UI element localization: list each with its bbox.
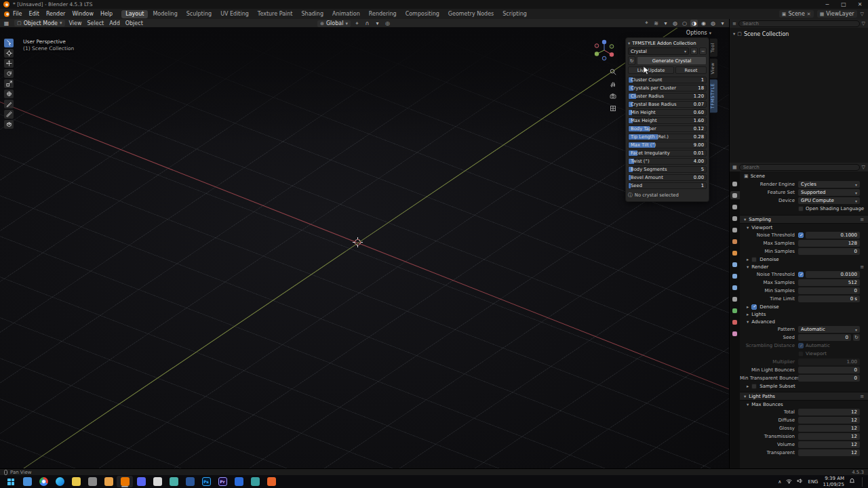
add-cube-tool[interactable]	[4, 120, 14, 129]
preset-menu-icon[interactable]: ≡	[860, 264, 864, 270]
overlays-icon[interactable]: ≋	[652, 20, 660, 27]
workspace-tab[interactable]: Layout	[121, 10, 148, 18]
show-desktop-button[interactable]	[862, 477, 864, 487]
preset-add-button[interactable]: +	[690, 47, 698, 55]
viewport-menu-item[interactable]: Object	[125, 20, 143, 26]
vp-max-samples-field[interactable]: 128	[798, 240, 860, 247]
bounce-value-field[interactable]: 12	[798, 417, 860, 424]
camera-view-icon[interactable]	[610, 93, 616, 101]
addon-slider[interactable]: Facet Irregularity 0.01	[628, 150, 707, 157]
close-button[interactable]: ✕	[852, 0, 868, 9]
render-noise-threshold-checkbox[interactable]	[798, 272, 804, 277]
ortho-toggle-icon[interactable]	[610, 105, 616, 113]
pivot-point-icon[interactable]: ⌖	[353, 20, 361, 27]
select-box-tool[interactable]	[4, 39, 14, 47]
taskbar-app[interactable]	[133, 476, 149, 487]
addon-slider[interactable]: Max Tilt (°) 9.00	[628, 142, 707, 148]
workspace-tab[interactable]: UV Editing	[216, 10, 253, 18]
reset-button[interactable]: Reset	[675, 66, 707, 74]
properties-search-input[interactable]	[739, 164, 860, 171]
section-light-paths[interactable]: ▾ Light Paths ≡	[740, 392, 868, 401]
editor-type-icon[interactable]: ▦	[3, 20, 10, 27]
taskbar-app[interactable]	[165, 476, 182, 487]
properties-tab[interactable]	[730, 203, 740, 211]
animated-seed-button[interactable]: ↻	[853, 334, 860, 341]
preset-remove-button[interactable]: −	[699, 47, 707, 55]
min-light-bounces-field[interactable]: 0	[798, 367, 860, 373]
preset-select[interactable]: Crystal ▾	[628, 47, 689, 55]
overlays-chevron-icon[interactable]: ▾	[662, 20, 669, 27]
chevron-down-icon[interactable]: ▾	[733, 31, 735, 37]
taskbar-app[interactable]: Pr	[214, 476, 231, 487]
time-limit-field[interactable]: 0 s	[798, 296, 860, 302]
notification-bell-icon[interactable]	[849, 478, 855, 485]
taskbar-app[interactable]	[231, 476, 247, 487]
addon-slider[interactable]: Crystals per Cluster 18	[628, 85, 707, 92]
vp-noise-threshold-field[interactable]: 0.1000	[806, 232, 860, 239]
cursor-tool[interactable]	[4, 49, 14, 58]
sample-subset-checkbox[interactable]	[751, 384, 757, 389]
render-engine-select[interactable]: Cycles ▾	[798, 181, 860, 188]
measure-tool[interactable]	[4, 110, 14, 119]
workspace-tab[interactable]: Sculpting	[182, 10, 216, 18]
menubar-item[interactable]: Window	[68, 11, 97, 17]
taskbar-app[interactable]	[117, 476, 133, 487]
taskbar-app[interactable]	[35, 476, 52, 487]
viewlayer-selector[interactable]: ▦ ViewLayer	[817, 10, 857, 18]
taskbar-app[interactable]	[84, 476, 100, 487]
addon-slider[interactable]: Max Height 1.60	[628, 117, 707, 124]
transform-orientation-selector[interactable]: ⊕ Global ▾	[317, 20, 351, 27]
bounce-value-field[interactable]: 12	[798, 433, 860, 440]
addon-slider[interactable]: Body Segments 5	[628, 166, 707, 173]
properties-filter-icon[interactable]: ▽	[862, 165, 865, 170]
blender-logo-icon[interactable]	[3, 1, 9, 7]
shading-material-icon[interactable]: ◉	[700, 20, 707, 27]
live-update-button[interactable]: Live Update	[628, 66, 674, 74]
chevron-down-icon[interactable]: ▾	[628, 41, 630, 46]
bounce-value-field[interactable]: 12	[798, 409, 860, 415]
scrambling-auto-checkbox[interactable]	[798, 343, 804, 348]
bounce-value-field[interactable]: 12	[798, 425, 860, 432]
bounce-value-field[interactable]: 12	[798, 441, 860, 448]
properties-tab[interactable]	[730, 180, 740, 188]
addon-slider[interactable]: Cluster Radius 1.20	[628, 93, 707, 100]
taskbar-app[interactable]	[100, 476, 117, 487]
scale-tool[interactable]	[4, 79, 14, 88]
workspace-tab[interactable]: Animation	[328, 10, 364, 18]
multiplier-field[interactable]: 1.00	[798, 359, 860, 365]
device-select[interactable]: GPU Compute ▾	[798, 197, 860, 204]
start-button[interactable]	[3, 476, 19, 487]
shading-wireframe-icon[interactable]: ○	[681, 20, 688, 27]
shading-chevron-icon[interactable]: ▾	[719, 20, 726, 27]
addon-slider[interactable]: Seed 1	[628, 182, 707, 189]
menubar-item[interactable]: Help	[97, 11, 116, 17]
properties-tab[interactable]	[730, 272, 740, 280]
outliner-filter-icon[interactable]: ▽	[862, 21, 865, 26]
vp-noise-threshold-checkbox[interactable]	[798, 232, 804, 238]
addon-slider[interactable]: Twist (°) 4.00	[628, 158, 707, 165]
app-menu-icon[interactable]	[4, 12, 9, 17]
render-min-samples-field[interactable]: 0	[798, 287, 860, 294]
outliner-item-scene-collection[interactable]: ▾ ▢ Scene Collection	[730, 30, 868, 38]
generate-crystal-button[interactable]: Generate Crystal	[637, 56, 707, 65]
xray-toggle-icon[interactable]: ◍	[671, 20, 679, 27]
workspace-tab[interactable]: Geometry Nodes	[444, 10, 498, 18]
feature-set-select[interactable]: Supported ▾	[798, 189, 860, 196]
annotate-tool[interactable]	[4, 100, 14, 108]
render-noise-threshold-field[interactable]: 0.0100	[806, 271, 860, 278]
pattern-select[interactable]: Automatic ▾	[798, 326, 860, 333]
menubar-item[interactable]: Render	[43, 11, 68, 17]
taskbar-app[interactable]: Ps	[198, 476, 214, 487]
subsection-render-denoise[interactable]: ▸ Denoise	[740, 303, 868, 310]
scene-selector[interactable]: ▣ Scene ✕	[779, 10, 814, 18]
subsection-advanced[interactable]: ▾ Advanced	[740, 318, 868, 325]
taskbar-app[interactable]	[52, 476, 68, 487]
tray-chevron-icon[interactable]: ∧	[778, 479, 781, 485]
sidebar-tab[interactable]: TFMSTYLE	[710, 79, 717, 113]
properties-tab[interactable]	[730, 295, 740, 303]
seed-field[interactable]: 0	[798, 334, 851, 341]
outliner-search-input[interactable]	[738, 20, 860, 27]
minimize-button[interactable]: ─	[819, 0, 835, 9]
viewport-menu-item[interactable]: Add	[109, 20, 120, 26]
taskbar-app[interactable]	[247, 476, 263, 487]
